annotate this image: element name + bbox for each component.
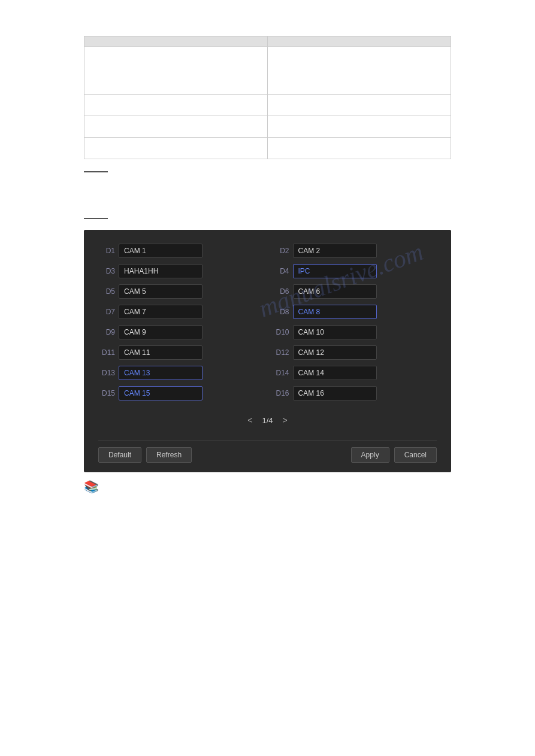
cam-label: D10 xyxy=(273,328,289,336)
cam-row: D10 xyxy=(273,323,437,341)
cam-row: D6 xyxy=(273,283,437,300)
cam-label: D16 xyxy=(273,389,289,397)
cam-label: D8 xyxy=(273,308,289,316)
table-cell-r4c1 xyxy=(84,138,268,159)
cam-label: D6 xyxy=(273,287,289,296)
cam-row: D7 xyxy=(98,303,263,321)
cam-label: D5 xyxy=(98,287,115,296)
cam-input[interactable] xyxy=(119,264,202,278)
cam-row: D4 xyxy=(273,262,437,280)
table-cell-r1c2 xyxy=(268,47,451,95)
table-cell-r1c1 xyxy=(84,47,268,95)
cam-row: D1 xyxy=(98,242,263,260)
cam-row: D2 xyxy=(273,242,437,260)
apply-button[interactable]: Apply xyxy=(351,447,389,463)
table-cell-r4c2 xyxy=(268,138,451,159)
cam-label: D12 xyxy=(273,348,289,357)
cam-row: D5 xyxy=(98,283,263,300)
book-icon: 📚 xyxy=(84,479,99,494)
cam-input[interactable] xyxy=(293,366,377,380)
config-table xyxy=(84,36,451,159)
table-header-col1 xyxy=(84,37,268,47)
cam-input[interactable] xyxy=(293,345,377,360)
cam-input[interactable] xyxy=(293,284,377,299)
cam-row: D11 xyxy=(98,344,263,362)
cam-row: D9 xyxy=(98,323,263,341)
cam-label: D11 xyxy=(98,348,115,357)
cam-label: D7 xyxy=(98,308,115,316)
cam-input[interactable] xyxy=(119,244,202,258)
cam-input[interactable] xyxy=(119,325,202,339)
cam-label: D4 xyxy=(273,267,289,275)
cam-row: D13 xyxy=(98,364,263,382)
cam-label: D9 xyxy=(98,328,115,336)
cam-label: D2 xyxy=(273,247,289,255)
left-button-group: Default Refresh xyxy=(98,447,192,463)
cam-label: D3 xyxy=(98,267,115,275)
cam-input[interactable] xyxy=(119,284,202,299)
cam-input[interactable] xyxy=(293,244,377,258)
cam-input[interactable] xyxy=(293,325,377,339)
cam-input[interactable] xyxy=(293,386,377,400)
pagination: < 1/4 > xyxy=(98,414,437,426)
cam-label: D15 xyxy=(98,389,115,397)
cancel-button[interactable]: Cancel xyxy=(394,447,437,463)
cam-label: D1 xyxy=(98,247,115,255)
cam-row: D8 xyxy=(273,303,437,321)
table-header-col2 xyxy=(268,37,451,47)
cam-input[interactable] xyxy=(119,366,202,380)
cam-label: D14 xyxy=(273,369,289,377)
cam-input[interactable] xyxy=(119,386,202,400)
book-icon-area: 📚 xyxy=(84,479,451,494)
table-cell-r2c2 xyxy=(268,95,451,116)
underline-divider-1 xyxy=(84,171,108,172)
cam-input[interactable] xyxy=(119,345,202,360)
cam-row: D16 xyxy=(273,384,437,402)
table-cell-r2c1 xyxy=(84,95,268,116)
cam-row: D14 xyxy=(273,364,437,382)
table-cell-r3c2 xyxy=(268,116,451,138)
underline-divider-2 xyxy=(84,218,108,219)
refresh-button[interactable]: Refresh xyxy=(146,447,192,463)
next-page-button[interactable]: > xyxy=(279,414,291,426)
cam-input[interactable] xyxy=(119,305,202,319)
default-button[interactable]: Default xyxy=(98,447,141,463)
cam-row: D3 xyxy=(98,262,263,280)
camera-grid: D1 D2 D3 D4 D5 D6 D7 D8 D9 xyxy=(98,242,437,402)
table-cell-r3c1 xyxy=(84,116,268,138)
cam-input[interactable] xyxy=(293,264,377,278)
cam-row: D12 xyxy=(273,344,437,362)
bottom-buttons-bar: Default Refresh Apply Cancel xyxy=(98,441,437,463)
cam-label: D13 xyxy=(98,369,115,377)
page-indicator: 1/4 xyxy=(262,416,273,425)
cam-row: D15 xyxy=(98,384,263,402)
right-button-group: Apply Cancel xyxy=(351,447,437,463)
prev-page-button[interactable]: < xyxy=(244,414,256,426)
cam-input[interactable] xyxy=(293,305,377,319)
camera-config-panel: manualsrive.com D1 D2 D3 D4 D5 D6 D7 xyxy=(84,230,451,472)
